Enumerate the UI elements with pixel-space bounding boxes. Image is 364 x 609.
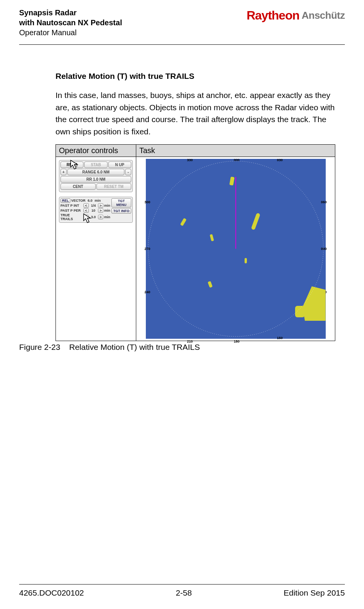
tgt-menu-button[interactable]: TGT MENU xyxy=(111,198,131,207)
section-paragraph: In this case, land masses, buoys, ships … xyxy=(55,89,335,137)
pastpint-value: 1/4 xyxy=(90,204,97,207)
reset-tm-button[interactable]: RESET TM xyxy=(96,183,132,190)
page-number: 2-58 xyxy=(176,588,192,598)
pastpint-lt[interactable]: < xyxy=(83,203,89,208)
tgt-info-button[interactable]: TGT INFO xyxy=(111,208,131,214)
radar-contact xyxy=(230,176,235,185)
trails-vector-panel: REL VECTOR 6.0 min PAST P INT < 1/4 > mi… xyxy=(59,197,133,223)
table-row: RM(T) STAB N UP + RANGE 6.0 NM - RR 1.0 … xyxy=(56,157,335,341)
bearing-label: 150 xyxy=(277,336,283,340)
bearing-label: 030 xyxy=(277,158,283,162)
vector-unit: min xyxy=(95,199,101,202)
trails-lt[interactable]: < xyxy=(83,215,89,219)
radar-landmass xyxy=(295,306,305,317)
bearing-label: 240 xyxy=(145,290,150,294)
bearing-label: 090 xyxy=(321,247,326,251)
bearing-label: 180 xyxy=(234,340,240,343)
operator-task-table: Operator controls Task RM(T) STAB N UP +… xyxy=(55,144,335,341)
rm-button[interactable]: RM(T) xyxy=(60,162,83,168)
rel-button[interactable]: REL xyxy=(60,198,70,203)
bearing-label: 300 xyxy=(145,200,150,204)
range-plus-button[interactable]: + xyxy=(60,169,67,175)
bearing-label: 210 xyxy=(187,340,193,343)
range-button[interactable]: RANGE 6.0 NM xyxy=(67,169,124,175)
trails-value: 3.0 xyxy=(90,215,97,219)
table-row: Operator controls Task xyxy=(56,145,335,157)
pastpint-label: PAST P INT xyxy=(60,204,83,207)
page-footer: 4265.DOC020102 2-58 Edition Sep 2015 xyxy=(19,584,345,598)
pastpper-unit: min xyxy=(104,209,110,212)
cent-button[interactable]: CENT xyxy=(60,183,96,190)
section-title: Relative Motion (T) with true TRAILS xyxy=(55,72,335,81)
radar-contact xyxy=(209,234,214,242)
radar-contact xyxy=(208,281,213,288)
radar-landmass xyxy=(303,286,326,321)
pastpper-label: PAST P PER xyxy=(60,209,83,212)
page-header: Synapsis Radar with Nautoscan NX Pedesta… xyxy=(19,8,345,45)
pastpint-gt[interactable]: > xyxy=(98,203,103,208)
true-trails-label: TRUE TRAILS xyxy=(60,213,83,221)
figure-caption: Figure 2-23 Relative Motion (T) with tru… xyxy=(19,343,335,352)
heading-line xyxy=(235,177,236,249)
doc-subtitle: Operator Manual xyxy=(19,28,122,38)
figure-text: Relative Motion (T) with true TRAILS xyxy=(69,343,200,351)
vector-value: 6.0 xyxy=(86,199,94,202)
pastpint-unit: min xyxy=(104,204,110,207)
figure-number: Figure 2-23 xyxy=(19,343,60,351)
radar-display: 000 330 030 060 090 120 150 180 210 240 … xyxy=(146,159,326,339)
radar-contact xyxy=(180,218,186,226)
doc-number: 4265.DOC020102 xyxy=(19,588,84,598)
pastpper-lt[interactable]: < xyxy=(83,208,89,213)
raytheon-logo: Raytheon xyxy=(246,8,299,23)
brand-logo: Raytheon Anschütz xyxy=(246,8,345,23)
stab-button[interactable]: STAB xyxy=(84,162,107,168)
rr-button[interactable]: RR 1.0 NM xyxy=(60,176,131,183)
trails-unit: min xyxy=(104,215,110,219)
anschutz-logo: Anschütz xyxy=(302,10,345,21)
bearing-label: 330 xyxy=(187,158,193,162)
trails-gt[interactable]: > xyxy=(98,215,103,219)
nup-button[interactable]: N UP xyxy=(108,162,131,168)
pastpper-gt[interactable]: > xyxy=(98,208,103,213)
radar-contact xyxy=(245,258,247,263)
pastpper-value: 10 xyxy=(90,209,97,212)
doc-title-block: Synapsis Radar with Nautoscan NX Pedesta… xyxy=(19,8,122,38)
doc-title-line1: Synapsis Radar xyxy=(19,8,122,18)
operator-controls-cell: RM(T) STAB N UP + RANGE 6.0 NM - RR 1.0 … xyxy=(56,157,136,341)
bearing-label: 000 xyxy=(234,158,240,162)
edition: Edition Sep 2015 xyxy=(284,588,345,598)
table-header-operator: Operator controls xyxy=(56,145,136,157)
bearing-label: 060 xyxy=(321,200,326,204)
radar-contact xyxy=(251,213,260,230)
doc-title-line2: with Nautoscan NX Pedestal xyxy=(19,18,122,28)
content-area: Relative Motion (T) with true TRAILS In … xyxy=(55,72,335,352)
range-minus-button[interactable]: - xyxy=(125,169,131,175)
table-header-task: Task xyxy=(136,145,335,157)
vector-label: VECTOR xyxy=(71,199,85,202)
bearing-label: 270 xyxy=(145,247,150,251)
motion-range-panel: RM(T) STAB N UP + RANGE 6.0 NM - RR 1.0 … xyxy=(59,160,133,192)
task-cell: 000 330 030 060 090 120 150 180 210 240 … xyxy=(136,157,335,341)
